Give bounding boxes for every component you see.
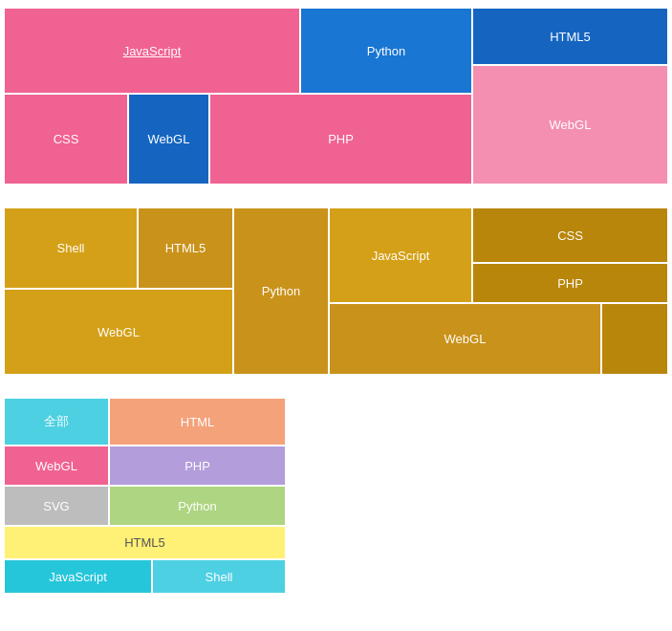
cell-webgl-3[interactable]: WebGL xyxy=(4,446,109,486)
cell-php-1[interactable]: PHP xyxy=(209,94,472,185)
cell-python-1[interactable]: Python xyxy=(300,8,472,94)
treemap-3: 全部 HTML WebGL PHP SVG Python HTML5 JavaS… xyxy=(4,398,286,594)
treemap-2: Shell HTML5 WebGL Python JavaScript CSS … xyxy=(4,207,668,375)
cell-webgl-2[interactable]: WebGL xyxy=(4,289,233,375)
cell-python-3[interactable]: Python xyxy=(109,486,286,526)
cell-shell-2[interactable]: Shell xyxy=(4,207,138,289)
cell-html5-3[interactable]: HTML5 xyxy=(4,526,286,559)
treemap-1: JavaScript Python CSS WebGL PHP HTML5 We… xyxy=(4,8,668,185)
cell-php-2[interactable]: PHP xyxy=(472,263,668,303)
cell-python-2[interactable]: Python xyxy=(233,207,329,375)
cell-js-2[interactable]: JavaScript xyxy=(329,207,472,303)
cell-js-3[interactable]: JavaScript xyxy=(4,559,152,594)
cell-webgl-big-1[interactable]: WebGL xyxy=(472,65,668,185)
cell-shell-3[interactable]: Shell xyxy=(152,559,286,594)
cell-html-3[interactable]: HTML xyxy=(109,398,286,446)
cell-php-3[interactable]: PHP xyxy=(109,446,286,486)
cell-html5-2[interactable]: HTML5 xyxy=(138,207,233,289)
cell-webgl-2b[interactable]: WebGL xyxy=(329,303,601,375)
cell-extra-2 xyxy=(601,303,668,375)
cell-svg-3[interactable]: SVG xyxy=(4,486,109,526)
cell-webgl-small-1[interactable]: WebGL xyxy=(128,94,209,185)
cell-html5-1[interactable]: HTML5 xyxy=(472,8,668,65)
cell-javascript-1[interactable]: JavaScript xyxy=(4,8,300,94)
cell-all-3[interactable]: 全部 xyxy=(4,398,109,446)
cell-css-1[interactable]: CSS xyxy=(4,94,128,185)
cell-css-2[interactable]: CSS xyxy=(472,207,668,263)
